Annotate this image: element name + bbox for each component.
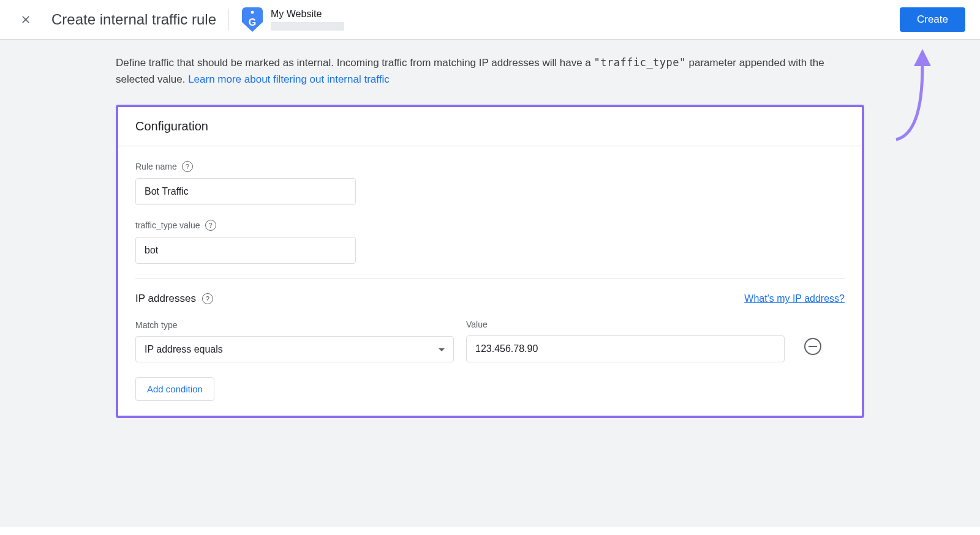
header-bar: Create internal traffic rule G My Websit… [0,0,980,40]
add-condition-button[interactable]: Add condition [135,377,214,401]
description-text: Define traffic that should be marked as … [116,54,864,88]
condition-row: Match type IP address equals Value [135,320,845,362]
site-name: My Website [271,9,344,20]
rule-name-input[interactable] [135,178,356,205]
help-icon[interactable]: ? [202,293,213,304]
svg-rect-2 [809,346,817,347]
remove-condition-button[interactable] [804,338,821,355]
desc-code: "traffic_type" [594,56,686,69]
desc-before: Define traffic that should be marked as … [116,57,594,69]
close-icon [20,13,32,26]
header-divider [228,9,229,31]
ip-addresses-title: IP addresses [135,293,196,305]
whats-my-ip-link[interactable]: What's my IP address? [744,293,845,304]
close-button[interactable] [15,9,37,31]
learn-more-link[interactable]: Learn more about filtering out internal … [188,73,390,85]
ip-value-input[interactable] [466,335,785,362]
page-title: Create internal traffic rule [51,11,216,28]
traffic-type-input[interactable] [135,237,356,264]
help-icon[interactable]: ? [205,220,216,231]
match-type-select[interactable]: IP address equals [135,336,454,362]
match-type-label: Match type [135,320,454,330]
site-info: G My Website [241,7,344,32]
rule-name-group: Rule name ? [135,161,845,205]
card-header: Configuration [118,107,862,146]
minus-icon [809,346,817,347]
help-icon[interactable]: ? [182,161,193,172]
configuration-card: Configuration Rule name ? traffic_type v… [116,105,864,418]
ip-section-header: IP addresses ? What's my IP address? [135,293,845,305]
svg-point-0 [251,11,254,14]
svg-text:G: G [249,17,256,28]
site-sub-redacted [271,22,344,31]
tag-manager-icon: G [241,7,263,32]
card-title: Configuration [135,119,845,133]
create-button[interactable]: Create [900,7,965,32]
traffic-type-group: traffic_type value ? [135,220,845,264]
value-label: Value [466,320,785,329]
rule-name-label: Rule name [135,162,177,171]
content-area: Define traffic that should be marked as … [0,40,980,527]
section-divider [135,279,845,279]
traffic-type-label: traffic_type value [135,220,200,230]
